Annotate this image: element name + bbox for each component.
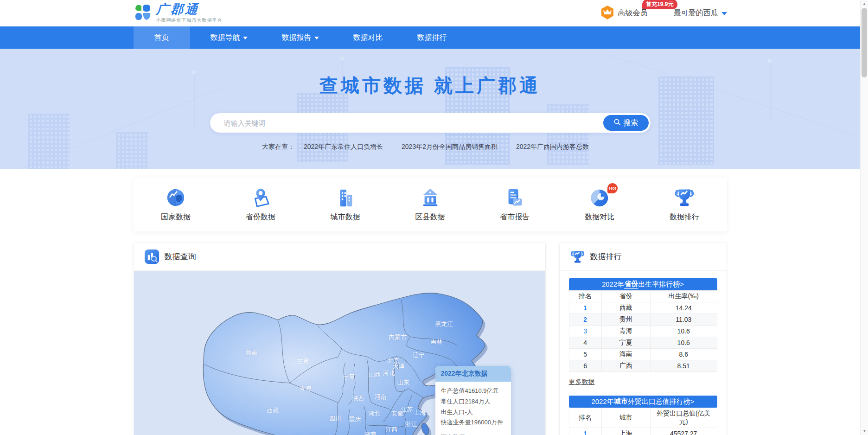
trophy-icon xyxy=(570,249,585,264)
map-tooltip-beijing[interactable]: 2022年北京数据 生产总值41610.9亿元常住人口2184万人出生人口-人快… xyxy=(435,366,511,435)
table-row[interactable]: 4宁夏10.6 xyxy=(569,337,717,349)
map-province-label[interactable]: 甘肃 xyxy=(297,357,309,365)
hot-search-link[interactable]: 2023年2月份全国商品房销售面积 xyxy=(402,143,498,150)
map-province-label[interactable]: 山东 xyxy=(397,378,409,387)
quick-entry-数据排行[interactable]: 数据排行 xyxy=(642,187,727,222)
map-province-label[interactable]: 安徽 xyxy=(391,409,403,418)
magnifier-icon xyxy=(613,118,621,128)
globe-chart-icon xyxy=(165,187,186,208)
quick-entry-省份数据[interactable]: 省份数据 xyxy=(218,187,303,222)
table-row[interactable]: 3青海10.6 xyxy=(569,326,717,337)
bar-chart-search-icon xyxy=(144,249,160,264)
search-button-label: 搜索 xyxy=(624,118,638,128)
nav-item-label: 数据报告 xyxy=(282,33,312,43)
ranking-section: 2022年省份出生率排行榜>排名省份出生率(‰)1西藏14.242贵州11.03… xyxy=(569,278,717,389)
value-cell: 8.51 xyxy=(650,360,717,372)
nav-item-数据报告[interactable]: 数据报告 xyxy=(268,26,333,49)
map-tooltip-title: 2022年北京数据 xyxy=(435,366,511,382)
panel-title-data-ranking: 数据排行 xyxy=(590,251,622,262)
quick-entry-label: 省份数据 xyxy=(246,212,275,222)
rank-cell: 4 xyxy=(569,337,601,349)
rank-cell: 6 xyxy=(569,360,601,372)
ranking-col-header: 省份 xyxy=(601,291,650,302)
name-cell: 海南 xyxy=(601,349,650,360)
map-province-label[interactable]: 浙江 xyxy=(405,420,417,429)
user-menu[interactable]: 最可爱的西瓜 xyxy=(674,8,727,18)
nav-item-数据对比[interactable]: 数据对比 xyxy=(339,26,397,49)
nav-item-数据排行[interactable]: 数据排行 xyxy=(403,26,461,49)
quick-entry-国家数据[interactable]: 国家数据 xyxy=(134,187,218,222)
chevron-down-icon xyxy=(721,12,727,15)
map-province-label[interactable]: 重庆 xyxy=(349,415,361,423)
ranking-col-header: 城市 xyxy=(601,408,650,428)
table-row[interactable]: 1西藏14.24 xyxy=(569,302,717,314)
vip-membership-link[interactable]: 高级会员 首充19.9元 xyxy=(600,5,648,22)
value-cell: 45527.27 xyxy=(650,428,717,435)
logo-mark-icon xyxy=(134,3,152,24)
page: 广郡通 小鹰网络旗下城市大数据平台 高级会员 首充19.9元 最 xyxy=(0,0,860,435)
map-province-label[interactable]: 内蒙古 xyxy=(389,333,407,341)
map-province-label[interactable]: 河南 xyxy=(375,393,387,401)
ranking-col-header: 出生率(‰) xyxy=(650,291,717,302)
ranking-title-prefix: 2022年 xyxy=(602,280,624,289)
nav-item-首页[interactable]: 首页 xyxy=(134,26,190,49)
logo-tagline: 小鹰网络旗下城市大数据平台 xyxy=(156,17,223,24)
quick-entry-数据对比[interactable]: Hot数据对比 xyxy=(557,187,642,222)
map-province-label[interactable]: 湖北 xyxy=(369,409,381,418)
hot-search-link[interactable]: 2022年广东常住人口负增长 xyxy=(304,143,383,150)
ranking-table-title[interactable]: 2022年省份出生率排行榜> xyxy=(569,278,717,290)
more-data-link[interactable]: 更多数据 xyxy=(569,378,595,386)
map-province-label[interactable]: 青海 xyxy=(300,384,312,393)
map-province-label[interactable]: 宁夏 xyxy=(343,373,355,381)
main-nav: 首页数据导航数据报告数据对比数据排行 xyxy=(0,26,860,49)
ranking-table-title[interactable]: 2022年城市外贸出口总值排行榜> xyxy=(569,396,717,408)
map-province-label[interactable]: 西藏 xyxy=(267,406,279,415)
name-cell: 上海 xyxy=(601,428,650,435)
map-province-label[interactable]: 辽宁 xyxy=(413,351,425,359)
map-province-label[interactable]: 吉林 xyxy=(431,338,443,346)
membership-label: 高级会员 xyxy=(618,8,648,18)
table-row[interactable]: 2贵州11.03 xyxy=(569,314,717,326)
pie-compare-icon: Hot xyxy=(589,187,610,208)
hot-search-link[interactable]: 2022年广西国内游客总数 xyxy=(516,143,589,150)
map-tooltip-line: 生产总值41610.9亿元 xyxy=(441,386,505,397)
table-row[interactable]: 5海南8.6 xyxy=(569,349,717,360)
map-province-label[interactable]: 江西 xyxy=(386,426,398,434)
skyline-decoration xyxy=(28,114,70,169)
rank-cell: 5 xyxy=(569,349,601,360)
map-province-label[interactable]: 山西 xyxy=(369,371,381,379)
map-province-label[interactable]: 河北 xyxy=(383,369,395,377)
map-province-label[interactable]: 湖南 xyxy=(364,430,377,435)
ranking-title-prefix: 2022年 xyxy=(591,397,613,406)
quick-entry-省市报告[interactable]: 省市报告 xyxy=(472,187,557,222)
quick-entry-城市数据[interactable]: 城市数据 xyxy=(303,187,388,222)
site-logo[interactable]: 广郡通 小鹰网络旗下城市大数据平台 xyxy=(134,3,223,24)
ranking-title-suffix: 外贸出口总值排行榜> xyxy=(628,397,695,406)
map-province-label[interactable]: 陕西 xyxy=(352,394,364,403)
recharge-badge[interactable]: 首充19.9元 xyxy=(642,0,677,9)
rank-cell: 3 xyxy=(569,326,601,337)
table-row[interactable]: 6广西8.51 xyxy=(569,360,717,372)
value-cell: 11.03 xyxy=(650,314,717,326)
ranking-title-suffix: 出生率排行榜> xyxy=(638,280,684,289)
map-tooltip-more-link[interactable]: 更多数据...... xyxy=(441,432,505,435)
map-tooltip-line: 出生人口-人 xyxy=(441,407,505,418)
nav-item-数据导航[interactable]: 数据导航 xyxy=(197,26,262,49)
map-province-label[interactable]: 四川 xyxy=(329,415,341,423)
quick-entry-label: 区县数据 xyxy=(415,212,445,222)
logo-text: 广郡通 xyxy=(156,3,223,16)
name-cell: 宁夏 xyxy=(601,337,650,349)
rank-cell: 1 xyxy=(569,428,601,435)
map-province-label[interactable]: 黑龙江 xyxy=(435,320,453,328)
search-button[interactable]: 搜索 xyxy=(603,115,649,131)
hero-banner: 查城市数据 就上广郡通 搜索 大家在查：2022年广东常住人口负增长2023年2… xyxy=(0,49,860,169)
map-province-label[interactable]: 上海 xyxy=(414,409,426,417)
username: 最可爱的西瓜 xyxy=(674,8,718,18)
name-cell: 西藏 xyxy=(601,302,650,314)
map-province-label[interactable]: 新疆 xyxy=(246,348,258,357)
quick-entry-区县数据[interactable]: 区县数据 xyxy=(388,187,472,222)
nav-item-label: 首页 xyxy=(154,33,169,43)
table-row[interactable]: 1上海45527.27 xyxy=(569,428,717,435)
building-icon xyxy=(335,187,356,208)
search-input[interactable] xyxy=(210,119,603,127)
